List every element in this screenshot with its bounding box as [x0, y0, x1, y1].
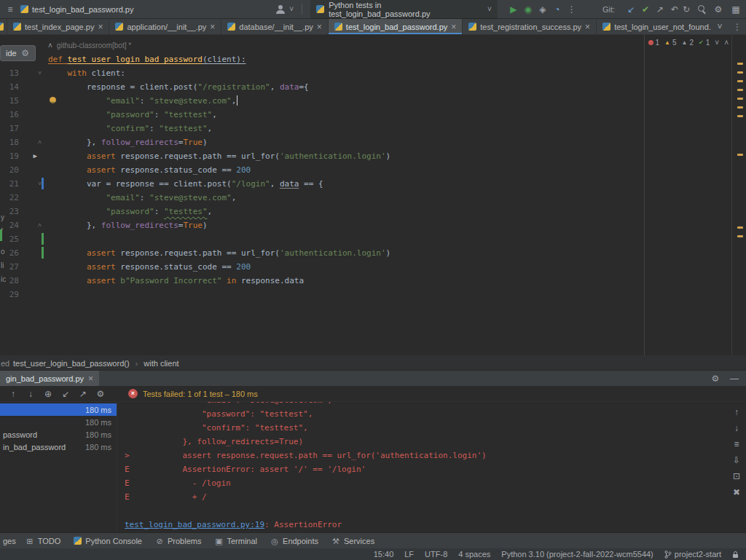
stripe-mark[interactable]: [737, 63, 743, 65]
debug-button[interactable]: ◉: [522, 4, 534, 15]
chevron-down-icon[interactable]: ˅: [289, 5, 294, 13]
print-icon[interactable]: ⊡: [731, 470, 742, 482]
editor-tab[interactable]: test_index_page.py×: [7, 19, 109, 34]
problems-button[interactable]: ⊘Problems: [149, 533, 208, 548]
commit-button[interactable]: ✔: [640, 4, 651, 15]
code-line[interactable]: 19▶ assert response.request.path == url_…: [0, 149, 731, 163]
expand-all-icon[interactable]: ↗: [77, 388, 89, 400]
test-tree-row[interactable]: 180 ms: [0, 403, 117, 416]
git-branch-widget[interactable]: project2-start: [664, 550, 721, 559]
test-tree-row[interactable]: 180 ms: [0, 416, 117, 428]
hide-panel-icon[interactable]: —: [729, 373, 740, 384]
code-line[interactable]: 29: [0, 288, 731, 301]
tab-options-icon[interactable]: ⋮: [731, 21, 743, 33]
filter-tests-icon[interactable]: ⊕: [42, 388, 54, 400]
editor-tab[interactable]: test_login_bad_password.py×: [329, 19, 463, 34]
editor-tab[interactable]: application/__init__.py×: [109, 19, 221, 34]
stripe-mark[interactable]: [737, 115, 743, 117]
run-config-selector[interactable]: Python tests in test_login_bad_password.…: [310, 0, 498, 20]
line-number[interactable]: 21: [0, 177, 19, 191]
code-line[interactable]: 14 response = client.post("/registration…: [0, 80, 731, 94]
stripe-mark[interactable]: [737, 154, 743, 156]
tab-close-icon[interactable]: ×: [98, 23, 103, 31]
services-button[interactable]: ⚒Services: [325, 533, 381, 548]
settings-icon[interactable]: ⚙: [710, 373, 721, 384]
line-number[interactable]: 19: [0, 149, 19, 163]
test-settings-icon[interactable]: ⚙: [95, 388, 106, 400]
stripe-mark[interactable]: [737, 226, 743, 229]
line-number[interactable]: 18: [0, 135, 19, 149]
code-line[interactable]: 27 assert response.status_code == 200: [0, 260, 731, 274]
tab-close-icon[interactable]: ×: [210, 23, 215, 31]
code-line[interactable]: 26 assert response.request.path == url_f…: [0, 246, 731, 260]
stripe-mark[interactable]: [737, 89, 743, 91]
python-console-button[interactable]: Python Console: [67, 533, 149, 548]
endpoints-button[interactable]: ◎Endpoints: [264, 533, 325, 548]
stripe-mark[interactable]: [737, 106, 743, 109]
code-line[interactable]: 23 "password": "testtes",: [0, 205, 731, 218]
previous-failed-test-icon[interactable]: ↑: [7, 388, 19, 400]
tab-close-icon[interactable]: ×: [585, 23, 590, 31]
passed-indicator[interactable]: ✔1: [699, 39, 710, 47]
code-line[interactable]: 15 "email": "steve@steve.com",: [0, 94, 731, 108]
test-tree-row[interactable]: in_bad_password180 ms: [0, 441, 117, 453]
stripe-mark[interactable]: [737, 98, 743, 100]
editor-surface[interactable]: ˄ github-classroom[bot] * def test_user_…: [0, 35, 746, 355]
more-run-options-button[interactable]: ⋮: [566, 4, 578, 15]
line-number[interactable]: 14: [0, 80, 19, 94]
status-info-item[interactable]: UTF-8: [425, 550, 447, 559]
status-info-item[interactable]: Python 3.10 (project-2-fall-2022-wcm5544…: [501, 550, 653, 559]
code-line[interactable]: 22 "email": "steve@steve.com",: [0, 191, 731, 205]
warning-indicator[interactable]: ▲5: [664, 39, 676, 47]
code-line[interactable]: 28 assert b"Password Incorrect" in respo…: [0, 274, 731, 288]
run-with-coverage-button[interactable]: ◈: [537, 4, 549, 15]
tab-close-icon[interactable]: ×: [88, 375, 93, 382]
code-vision-author[interactable]: ˄ github-classroom[bot] *: [0, 39, 731, 52]
clear-console-icon[interactable]: ✖: [731, 486, 742, 498]
editor-tab[interactable]: test_registration_success.py×: [463, 19, 597, 34]
line-number[interactable]: 17: [0, 122, 19, 135]
editor-tab[interactable]: test_login_user_not_found.py×: [597, 19, 711, 34]
run-gutter-icon[interactable]: ▶: [34, 149, 37, 163]
lock-icon[interactable]: [732, 551, 739, 559]
push-button[interactable]: ↗: [654, 4, 666, 15]
soft-wrap-icon[interactable]: ≡: [731, 438, 742, 450]
main-menu-icon[interactable]: ≡: [4, 4, 16, 15]
search-everywhere-icon[interactable]: [698, 5, 707, 14]
next-failed-test-icon[interactable]: ↓: [25, 388, 36, 400]
line-number[interactable]: 16: [0, 108, 19, 122]
sticky-function-line[interactable]: def test_user_login_bad_password(client)…: [0, 52, 731, 66]
code-line[interactable]: 17 "confirm": "testtest",: [0, 122, 731, 135]
inspections-widget[interactable]: 1▲5▲2✔1˅˄: [648, 39, 729, 47]
editor-tab[interactable]: database/__init__.py×: [221, 19, 329, 34]
line-number[interactable]: 20: [0, 163, 19, 177]
fold-icon[interactable]: ˄: [38, 135, 42, 149]
hidden-tabs-chevron-icon[interactable]: ˅: [714, 21, 726, 33]
update-project-button[interactable]: ↙: [625, 4, 637, 15]
line-number[interactable]: 29: [0, 288, 19, 301]
todo-button[interactable]: ⊞TODO: [19, 533, 68, 548]
window-layout-icon[interactable]: ▦: [730, 4, 742, 15]
code-line[interactable]: 20 assert response.status_code == 200: [0, 163, 731, 177]
weak-warning-indicator[interactable]: ▲2: [682, 39, 694, 47]
code-line[interactable]: 24˄ }, follow_redirects=True): [0, 218, 731, 232]
stripe-mark[interactable]: [737, 71, 743, 74]
intention-bulb-icon[interactable]: [50, 97, 56, 103]
line-number[interactable]: 15: [0, 94, 19, 108]
status-info-item[interactable]: 4 spaces: [458, 550, 490, 559]
line-number[interactable]: 13: [0, 66, 19, 80]
test-console[interactable]: "email": "steve@steve.com", "password": …: [117, 402, 727, 532]
breadcrumb-item[interactable]: test_user_login_bad_password(): [13, 359, 130, 368]
profiler-button[interactable]: ◔: [551, 4, 563, 15]
collapse-all-icon[interactable]: ↙: [60, 388, 71, 400]
run-panel-tab[interactable]: gin_bad_password.py ×: [0, 371, 99, 386]
sync-icon[interactable]: ↻: [680, 4, 692, 15]
fold-icon[interactable]: ˅: [38, 66, 42, 80]
code-line[interactable]: 13˅ with client:: [0, 66, 731, 80]
rollback-button[interactable]: ↶: [669, 4, 680, 15]
test-tree-row[interactable]: password180 ms: [0, 428, 117, 441]
settings-icon[interactable]: ⚙: [712, 4, 724, 15]
run-button[interactable]: ▶: [508, 4, 519, 15]
fold-icon[interactable]: ˄: [38, 218, 42, 232]
chevron-icon[interactable]: ˄: [724, 39, 729, 47]
